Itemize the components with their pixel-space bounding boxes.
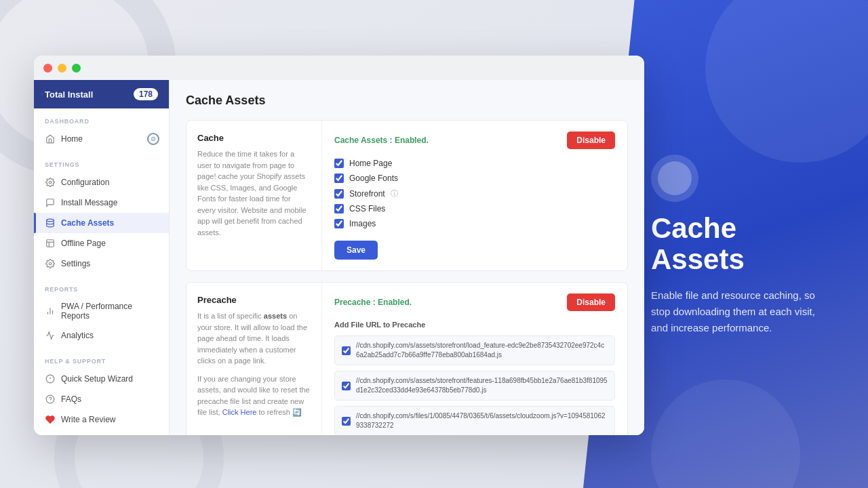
home-settings-icon: ⚙ <box>147 133 159 145</box>
svg-point-1 <box>47 219 54 222</box>
install-message-icon <box>45 197 56 208</box>
cache-checkbox-storefront[interactable]: Storefront ⓘ <box>334 188 615 199</box>
quick-setup-icon <box>45 373 56 384</box>
sidebar-item-settings[interactable]: Settings <box>34 253 169 274</box>
precache-url-row-2: //cdn.shopify.com/s/assets/storefront/fe… <box>334 371 615 401</box>
sidebar-section-help: HELP & SUPPORT Quick Setup Wizard FAQs <box>34 348 169 432</box>
svg-point-0 <box>49 181 52 184</box>
precache-url-checkbox-1[interactable] <box>342 346 351 355</box>
right-panel-desc: Enable file and resource caching, so sto… <box>651 287 827 336</box>
sidebar-item-write-review[interactable]: Write a Review <box>34 409 169 430</box>
sidebar-item-quick-setup[interactable]: Quick Setup Wizard <box>34 369 169 389</box>
sidebar-item-label-pwa-reports: PWA / Performance Reports <box>61 302 158 321</box>
sidebar-item-label-offline-page: Offline Page <box>61 239 106 248</box>
cache-disable-button[interactable]: Disable <box>567 131 615 149</box>
cache-checkbox-googlefonts-input[interactable] <box>334 174 344 183</box>
precache-card-left-desc: It is a list of specific assets on your … <box>197 310 311 367</box>
pwa-reports-icon <box>45 306 56 317</box>
browser-body: Total Install 178 DASHBOARD Home ⚙ SETTI… <box>34 80 644 435</box>
sidebar-item-label-quick-setup: Quick Setup Wizard <box>61 374 133 384</box>
configuration-icon <box>45 177 56 188</box>
cache-status-row: Cache Assets : Enabled. Disable <box>334 131 615 149</box>
svg-point-5 <box>49 262 52 265</box>
precache-url-text-2: //cdn.shopify.com/s/assets/storefront/fe… <box>356 376 608 395</box>
faqs-icon <box>45 394 56 405</box>
sidebar-header: Total Install 178 <box>34 80 169 108</box>
sidebar-item-install-message[interactable]: Install Message <box>34 192 169 213</box>
cache-assets-icon <box>45 218 56 228</box>
sidebar-header-title: Total Install <box>45 89 93 100</box>
precache-card-right: Precache : Enabled. Disable Add File URL… <box>322 283 627 435</box>
sidebar-item-label-install-message: Install Message <box>61 198 117 207</box>
sidebar-item-configuration[interactable]: Configuration <box>34 172 169 192</box>
precache-url-checkbox-3[interactable] <box>342 417 351 426</box>
cache-checkbox-googlefonts-label: Google Fonts <box>349 174 398 183</box>
cache-checkbox-images-input[interactable] <box>334 219 344 228</box>
sidebar-section-label-help: HELP & SUPPORT <box>34 355 169 369</box>
cache-status-text: Cache Assets : Enabled. <box>334 136 429 145</box>
cache-checkbox-cssfiles[interactable]: CSS Files <box>334 204 615 214</box>
precache-url-text-3: //cdn.shopify.com/s/files/1/0085/4478/03… <box>356 411 608 430</box>
browser-window: Total Install 178 DASHBOARD Home ⚙ SETTI… <box>34 56 644 435</box>
cache-checkbox-homepage-label: Home Page <box>349 159 392 168</box>
sidebar-item-label-configuration: Configuration <box>61 178 109 187</box>
sidebar-section-label-dashboard: DASHBOARD <box>34 115 169 129</box>
precache-card-left-title: Precache <box>197 295 311 305</box>
window-maximize-dot[interactable] <box>72 64 81 73</box>
sidebar-header-badge: 178 <box>134 88 158 100</box>
sidebar-section-dashboard: DASHBOARD Home ⚙ <box>34 108 169 152</box>
analytics-icon <box>45 330 56 341</box>
precache-status-value: Enabled. <box>378 298 412 307</box>
cache-checkbox-cssfiles-label: CSS Files <box>349 204 385 214</box>
precache-status-label: Precache : <box>334 298 378 307</box>
cache-checkbox-storefront-input[interactable] <box>334 189 344 199</box>
svg-rect-2 <box>47 240 54 247</box>
sidebar-item-label-cache-assets: Cache Assets <box>61 218 114 228</box>
precache-status-row: Precache : Enabled. Disable <box>334 293 615 311</box>
precache-url-row-3: //cdn.shopify.com/s/files/1/0085/4478/03… <box>334 406 615 435</box>
cache-checkbox-images[interactable]: Images <box>334 219 615 228</box>
precache-status-text: Precache : Enabled. <box>334 298 412 307</box>
sidebar-item-cache-assets[interactable]: Cache Assets <box>34 213 169 233</box>
cache-checkbox-googlefonts[interactable]: Google Fonts <box>334 174 615 183</box>
sidebar-item-label-analytics: Analytics <box>61 331 94 340</box>
sidebar-item-analytics[interactable]: Analytics <box>34 325 169 346</box>
precache-section-title: Add File URL to Precache <box>334 321 615 329</box>
window-minimize-dot[interactable] <box>58 64 66 73</box>
precache-card-left: Precache It is a list of specific assets… <box>186 283 322 435</box>
cache-card-left: Cache Reduce the time it takes for a use… <box>186 121 322 270</box>
page-title: Cache Assets <box>186 94 628 108</box>
sidebar-section-settings: SETTINGS Configuration Install Message <box>34 152 169 277</box>
click-here-link[interactable]: Click Here <box>222 408 257 416</box>
precache-url-checkbox-2[interactable] <box>342 382 351 390</box>
precache-card: Precache It is a list of specific assets… <box>186 282 628 435</box>
cache-checkbox-images-label: Images <box>349 219 376 228</box>
cache-checkbox-homepage[interactable]: Home Page <box>334 159 615 168</box>
sidebar-item-faqs[interactable]: FAQs <box>34 389 169 409</box>
right-info-panel: Cache Assets Enable file and resource ca… <box>631 56 848 435</box>
precache-url-row-1: //cdn.shopify.com/s/assets/storefront/lo… <box>334 336 615 365</box>
sidebar: Total Install 178 DASHBOARD Home ⚙ SETTI… <box>34 80 170 435</box>
precache-url-text-1: //cdn.shopify.com/s/assets/storefront/lo… <box>356 341 608 360</box>
right-panel-circle-inner <box>658 161 692 195</box>
cache-checkbox-homepage-input[interactable] <box>334 159 344 168</box>
sidebar-section-label-reports: REPORTS <box>34 283 169 297</box>
precache-card-left-desc2: If you are changing your store assets, a… <box>197 373 311 418</box>
sidebar-item-pwa-reports[interactable]: PWA / Performance Reports <box>34 297 169 325</box>
cache-checkbox-cssfiles-input[interactable] <box>334 204 344 214</box>
storefront-info-icon[interactable]: ⓘ <box>391 188 398 199</box>
cache-checkbox-storefront-label: Storefront <box>349 189 385 199</box>
sidebar-item-offline-page[interactable]: Offline Page <box>34 233 169 253</box>
cache-save-button[interactable]: Save <box>334 241 378 260</box>
cache-card-left-title: Cache <box>197 133 311 143</box>
browser-titlebar <box>34 56 644 80</box>
window-close-dot[interactable] <box>43 64 52 73</box>
settings-icon <box>45 258 56 269</box>
cache-card-right: Cache Assets : Enabled. Disable Home Pag… <box>322 121 627 270</box>
precache-disable-button[interactable]: Disable <box>567 293 615 311</box>
cache-card-left-desc: Reduce the time it takes for a user to n… <box>197 148 311 238</box>
cache-status-value: Enabled. <box>395 136 429 145</box>
cache-card: Cache Reduce the time it takes for a use… <box>186 120 628 271</box>
sidebar-item-home[interactable]: Home ⚙ <box>34 129 169 149</box>
right-panel-title: Cache Assets <box>651 213 827 275</box>
